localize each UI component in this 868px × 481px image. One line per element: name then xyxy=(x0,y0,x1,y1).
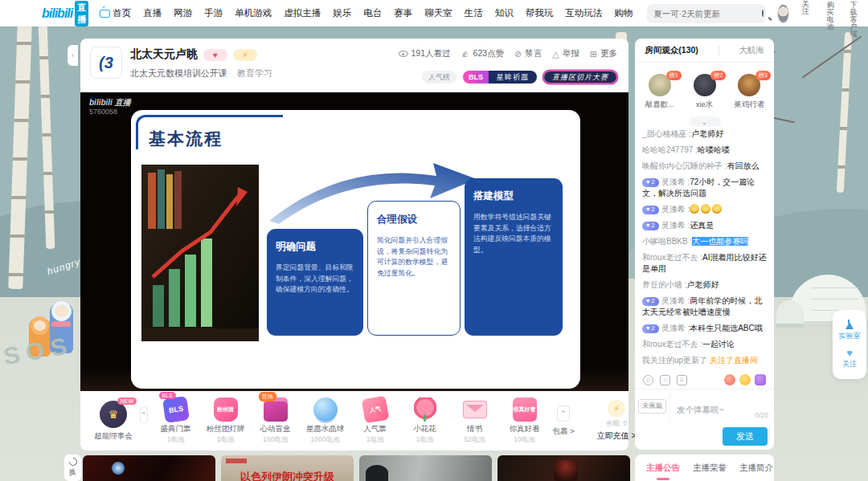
sidebar-tab-1[interactable]: 大航海 xyxy=(739,45,764,56)
nav-item-1[interactable]: 直播 xyxy=(143,7,162,19)
streamer-tab-1[interactable]: 主播荣誉 xyxy=(693,463,727,474)
nav-item-5[interactable]: 虚拟主播 xyxy=(284,7,321,19)
gift-blindbox[interactable]: 首抽心动盲盒150电池 xyxy=(252,397,299,445)
clip-contest-badge[interactable]: 直播区切片大赛 xyxy=(543,71,617,84)
chat-username[interactable]: 灵漆希 : xyxy=(661,324,690,332)
gift-popticket[interactable]: 人气人气票1电池 xyxy=(352,397,399,445)
charge-badge[interactable]: ⚡ xyxy=(233,49,257,61)
send-button[interactable]: 发送 xyxy=(723,427,768,446)
nav-item-9[interactable]: 聊天室 xyxy=(424,7,452,19)
streamer-avatar[interactable]: (3 xyxy=(90,47,122,79)
chat-message[interactable]: ♥2灵漆希 :72小时，交一篇论文，解决所选问题 xyxy=(642,177,767,199)
viewers-fold-button[interactable]: ⌄ xyxy=(689,116,721,127)
chat-username[interactable]: 养豆的小墙 : xyxy=(642,280,687,289)
stream-thumbnail-2[interactable]: 以色列伊朗冲突升级 xyxy=(221,455,354,481)
chat-message[interactable]: ♥2灵漆希 : xyxy=(642,204,767,215)
chat-message[interactable]: _甜心格格巫 :卢老师好 xyxy=(642,128,767,140)
nav-item-12[interactable]: 帮我玩 xyxy=(526,7,554,19)
super-club[interactable]: ♛ NEW 超能理事会 xyxy=(88,401,138,442)
sidebar-tab-0[interactable]: 房间观众(130) xyxy=(645,45,698,56)
chat-username[interactable]: 小哆啦BBKB : xyxy=(642,237,692,246)
chat-message[interactable]: ♥2灵漆希 :两年前学的时候，北太天元经常被吐嘈速度慢 xyxy=(642,296,767,318)
chat-message[interactable]: ♥2灵漆希 :还真是 xyxy=(642,220,767,231)
emoji-picker-icon[interactable]: ☺ xyxy=(643,375,653,385)
chat-username[interactable]: 灵漆希 : xyxy=(661,221,690,230)
nav-action-购买电池[interactable]: 购买电池 xyxy=(827,0,837,38)
nav-item-10[interactable]: 生活 xyxy=(465,7,483,19)
swap-recommend-button[interactable]: 换 xyxy=(64,455,81,481)
chat-message-list[interactable]: 榜1菜鸡行者 :声音好多了_甜心格格巫 :卢老师好哈哈哈247797 :哈喽哈喽… xyxy=(635,128,774,369)
chat-username[interactable]: 唤醒你内心沉睡的种子 : xyxy=(642,161,727,170)
gift-flower[interactable]: 小花花1电池 xyxy=(402,397,448,445)
danmaku-settings-icon[interactable]: ≡ xyxy=(677,375,687,385)
stream-thumbnail-4[interactable] xyxy=(497,455,630,481)
viewer-2[interactable]: 榜2xie水 xyxy=(688,74,722,110)
likes-stat[interactable]: 👍︎623点赞 xyxy=(461,48,505,59)
mute-button[interactable]: ⊘禁言 xyxy=(514,48,542,59)
gift-goodlook[interactable]: 你真好看你真好看10电池 xyxy=(502,397,548,445)
chat-username[interactable]: _甜心格格巫 : xyxy=(642,129,691,138)
follow-button[interactable]: ♥ 关注 xyxy=(842,348,857,369)
club-expand-button[interactable]: ⌃ xyxy=(140,407,148,423)
search-icon[interactable] xyxy=(762,10,764,17)
streamer-tab-0[interactable]: 主播公告 xyxy=(646,463,680,474)
like-reaction-icon[interactable] xyxy=(724,374,735,385)
chat-message[interactable]: 我关注的up更新了 关注了直播间 xyxy=(642,355,767,366)
system-link[interactable]: 关注了直播间 xyxy=(710,356,758,365)
video-player[interactable]: bilibili 直播 5760058 基本流程 xyxy=(80,92,628,391)
bls-star-badge[interactable]: BLS 星眸祈愿 xyxy=(463,71,537,84)
chat-message[interactable]: 和roux老过不去 :AI混着用比较好还是单用 xyxy=(642,252,767,275)
nav-item-8[interactable]: 赛事 xyxy=(394,7,412,19)
badge-panel-icon[interactable]: ☆ xyxy=(660,375,670,385)
item-reaction-icon[interactable] xyxy=(755,374,766,385)
nav-item-13[interactable]: 互动玩法 xyxy=(565,7,602,19)
gift-crystal[interactable]: 星愿水晶球1000电池 xyxy=(302,397,349,445)
chat-username[interactable]: 灵漆希 : xyxy=(661,205,690,214)
stream-thumbnail-1[interactable] xyxy=(83,455,215,481)
chat-username[interactable]: 哈哈哈247797 : xyxy=(642,145,698,154)
popularity-rank-badge[interactable]: 人气榜 xyxy=(422,71,457,84)
sidebar-collapse-handle[interactable]: ‹ xyxy=(68,45,78,66)
chat-message[interactable]: 唤醒你内心沉睡的种子 :有回放么 xyxy=(642,161,767,172)
chat-message[interactable]: ♥2灵漆希 :本科生只能选ABC哦 xyxy=(642,323,767,334)
search-input[interactable] xyxy=(653,9,762,18)
recharge-link[interactable]: 立即充值 > xyxy=(597,430,637,442)
nav-item-14[interactable]: 购物 xyxy=(614,7,633,19)
nav-action-下载客户端[interactable]: 下载客户端 xyxy=(850,0,862,38)
chat-username[interactable]: 灵漆希 : xyxy=(661,296,690,305)
gift-expand-button[interactable]: ⌃ xyxy=(557,406,570,422)
search-box[interactable] xyxy=(647,4,766,23)
nav-action-关注[interactable]: 关注 xyxy=(802,0,814,38)
nav-item-6[interactable]: 娱乐 xyxy=(333,7,351,19)
stream-category[interactable]: 教育学习 xyxy=(237,67,272,79)
nav-item-2[interactable]: 网游 xyxy=(174,7,192,19)
streamer-tab-2[interactable]: 主播简介 xyxy=(739,463,773,474)
report-button[interactable]: △举报 xyxy=(552,48,579,59)
chat-username[interactable]: 灵漆希 : xyxy=(661,177,690,186)
more-button[interactable]: ⊞更多 xyxy=(590,48,617,59)
viewer-3[interactable]: 榜3菜鸡行者 xyxy=(732,74,766,110)
medal-selector[interactable]: 未佩戴 xyxy=(635,389,670,422)
user-avatar[interactable] xyxy=(777,4,789,23)
package-link[interactable]: 包裹 > xyxy=(553,426,575,437)
nav-item-11[interactable]: 知识 xyxy=(495,7,514,19)
heart-badge[interactable]: ♥ xyxy=(203,49,227,61)
viewer-1[interactable]: 榜1敲喜歡... xyxy=(643,74,677,110)
chat-message[interactable]: 养豆的小墙 :卢老师好 xyxy=(642,279,767,291)
gift-fanlight[interactable]: 粉丝团粉丝团灯牌1电池 xyxy=(203,397,249,445)
stream-thumbnail-3[interactable] xyxy=(359,455,492,481)
chat-username[interactable]: 和roux老过不去 : xyxy=(642,253,702,262)
chat-message[interactable]: 和roux老过不去 :一起讨论 xyxy=(642,339,767,350)
bilibili-live-logo[interactable]: bilibili 直播 xyxy=(42,1,88,26)
chat-username[interactable]: 和roux老过不去 : xyxy=(642,340,702,349)
nav-item-4[interactable]: 单机游戏 xyxy=(235,7,272,19)
face-reaction-icon[interactable] xyxy=(739,374,751,385)
gift-loveletter[interactable]: 情书52电池 xyxy=(452,397,498,445)
nav-item-0[interactable]: 首页 xyxy=(100,7,131,19)
chat-message[interactable]: 哈哈哈247797 :哈喽哈喽 xyxy=(642,145,767,156)
chat-message[interactable]: 小哆啦BBKB :大一也能参赛吗 xyxy=(642,236,767,247)
gift-ticket-bls[interactable]: BLSBLS盛典门票1电池 xyxy=(153,397,199,445)
nav-item-3[interactable]: 手游 xyxy=(204,7,223,19)
lab-button[interactable]: 实验室 xyxy=(839,320,861,341)
nav-item-7[interactable]: 电台 xyxy=(363,7,382,19)
